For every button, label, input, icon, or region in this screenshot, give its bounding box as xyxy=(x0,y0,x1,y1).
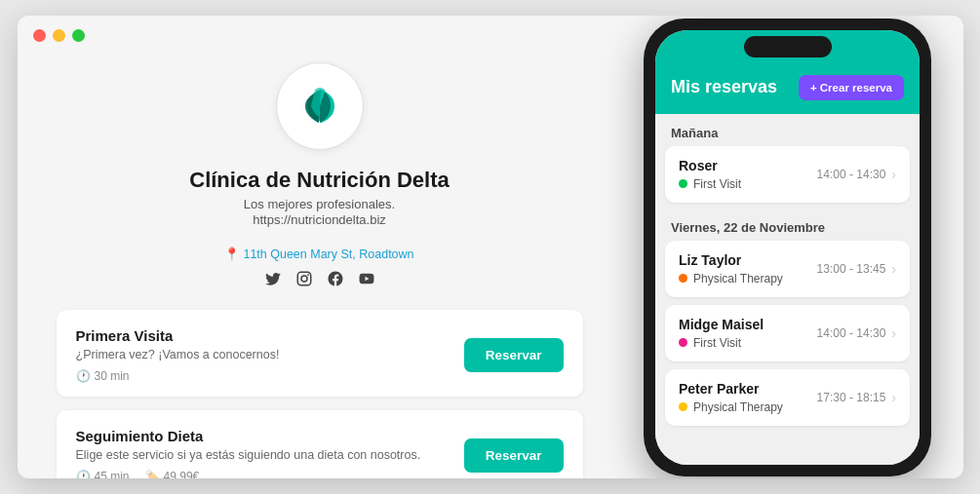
duration-meta: 🕐 30 min xyxy=(76,369,130,383)
service-desc: Elige este servicio si ya estás siguiend… xyxy=(76,448,449,462)
social-icons xyxy=(263,269,376,288)
clinic-subtitle: Los mejores profesionales. xyxy=(244,197,395,211)
price-meta: 🏷️ 49.99€ xyxy=(145,470,200,478)
status-dot xyxy=(679,274,687,283)
price-icon: 🏷️ xyxy=(145,470,160,478)
booking-right: 13:00 - 13:45 › xyxy=(817,261,896,277)
booking-midge-maisel[interactable]: Midge Maisel First Visit 14:00 - 14:30 › xyxy=(665,305,910,361)
services-list: Primera Visita ¿Primera vez? ¡Vamos a co… xyxy=(57,310,583,478)
service-card-primera-visita: Primera Visita ¿Primera vez? ¡Vamos a co… xyxy=(57,310,583,397)
clinic-name: Clínica de Nutrición Delta xyxy=(189,168,450,193)
service-desc: ¿Primera vez? ¡Vamos a conocernos! xyxy=(76,348,449,361)
booking-name: Liz Taylor xyxy=(679,252,783,268)
maximize-button[interactable] xyxy=(72,29,85,42)
booking-left: Midge Maisel First Visit xyxy=(679,317,764,350)
tag-label: Physical Therapy xyxy=(693,272,783,285)
section-viernes: Viernes, 22 de Noviembre xyxy=(655,210,920,241)
booking-right: 17:30 - 18:15 › xyxy=(817,390,896,405)
youtube-icon[interactable] xyxy=(357,269,376,288)
booking-left: Liz Taylor Physical Therapy xyxy=(679,252,783,285)
booking-name: Midge Maisel xyxy=(679,317,764,332)
service-info: Seguimiento Dieta Elige este servicio si… xyxy=(76,428,449,478)
location-icon: 📍 xyxy=(224,247,240,261)
booking-tag: Physical Therapy xyxy=(679,400,783,414)
clock-icon: 🕐 xyxy=(76,369,91,383)
service-meta: 🕐 45 min 🏷️ 49.99€ xyxy=(76,470,449,478)
minimize-button[interactable] xyxy=(53,29,65,42)
service-info: Primera Visita ¿Primera vez? ¡Vamos a co… xyxy=(76,327,449,383)
booking-tag: First Visit xyxy=(679,177,741,191)
duration-meta: 🕐 45 min xyxy=(76,470,130,478)
right-panel: Mis reservas + Crear reserva Mañana Rose… xyxy=(622,16,963,478)
create-reservation-button[interactable]: + Crear reserva xyxy=(799,75,904,100)
booking-time: 14:00 - 14:30 xyxy=(817,168,886,181)
twitter-icon[interactable] xyxy=(263,269,283,288)
close-button[interactable] xyxy=(33,29,46,42)
service-card-seguimiento: Seguimiento Dieta Elige este servicio si… xyxy=(57,410,583,478)
booking-time: 17:30 - 18:15 xyxy=(817,391,886,404)
chevron-right-icon: › xyxy=(891,261,896,277)
clinic-logo xyxy=(276,62,364,150)
booking-peter-parker[interactable]: Peter Parker Physical Therapy 17:30 - 18… xyxy=(665,369,910,426)
phone-content[interactable]: Mañana Roser First Visit 14:00 - 14:30 › xyxy=(655,114,920,465)
phone-title: Mis reservas xyxy=(671,77,777,97)
chevron-right-icon: › xyxy=(891,167,896,182)
booking-name: Roser xyxy=(679,158,741,173)
booking-right: 14:00 - 14:30 › xyxy=(817,167,896,182)
booking-right: 14:00 - 14:30 › xyxy=(817,325,896,341)
phone-screen: Mis reservas + Crear reserva Mañana Rose… xyxy=(655,30,920,465)
traffic-lights xyxy=(33,29,85,42)
service-name: Primera Visita xyxy=(76,327,449,344)
instagram-icon[interactable] xyxy=(294,269,314,288)
main-window: Clínica de Nutrición Delta Los mejores p… xyxy=(18,16,963,478)
tag-label: First Visit xyxy=(693,177,741,191)
facebook-icon[interactable] xyxy=(326,269,345,288)
booking-left: Peter Parker Physical Therapy xyxy=(679,381,783,414)
booking-tag: Physical Therapy xyxy=(679,272,783,285)
clinic-address[interactable]: 📍 11th Queen Mary St, Roadtown xyxy=(224,247,413,261)
service-meta: 🕐 30 min xyxy=(76,369,449,383)
phone-header: Mis reservas + Crear reserva xyxy=(655,65,920,114)
tag-label: First Visit xyxy=(693,336,741,350)
service-name: Seguimiento Dieta xyxy=(76,428,449,444)
status-dot xyxy=(679,338,687,347)
booking-name: Peter Parker xyxy=(679,381,783,397)
phone-mockup: Mis reservas + Crear reserva Mañana Rose… xyxy=(644,19,931,476)
chevron-right-icon: › xyxy=(891,325,896,341)
booking-roser[interactable]: Roser First Visit 14:00 - 14:30 › xyxy=(665,146,910,203)
booking-time: 14:00 - 14:30 xyxy=(817,326,886,340)
section-manana: Mañana xyxy=(655,114,920,146)
booking-time: 13:00 - 13:45 xyxy=(817,262,886,276)
tag-label: Physical Therapy xyxy=(693,400,783,414)
reserve-button-primera[interactable]: Reservar xyxy=(464,338,564,372)
left-panel: Clínica de Nutrición Delta Los mejores p… xyxy=(18,16,622,478)
status-dot xyxy=(679,402,687,411)
clinic-url: https://nutriciondelta.biz xyxy=(253,212,386,227)
booking-tag: First Visit xyxy=(679,336,764,350)
phone-status-bar xyxy=(655,30,920,65)
booking-left: Roser First Visit xyxy=(679,158,741,191)
chevron-right-icon: › xyxy=(891,390,896,405)
dynamic-island xyxy=(744,36,832,57)
clinic-header: Clínica de Nutrición Delta Los mejores p… xyxy=(189,62,450,237)
status-dot xyxy=(679,179,687,188)
reserve-button-seguimiento[interactable]: Reservar xyxy=(464,438,564,473)
booking-liz-taylor[interactable]: Liz Taylor Physical Therapy 13:00 - 13:4… xyxy=(665,241,910,297)
clock-icon: 🕐 xyxy=(76,470,91,478)
